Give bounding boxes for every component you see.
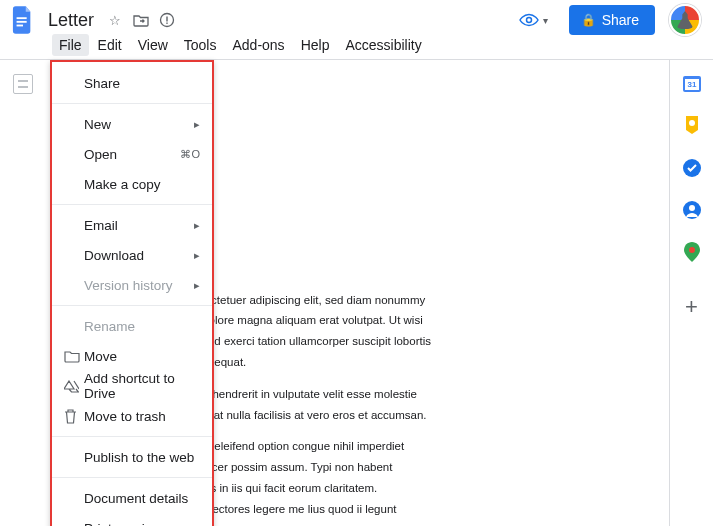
menu-make-copy[interactable]: Make a copy	[52, 169, 212, 199]
menu-addons[interactable]: Add-ons	[225, 34, 291, 56]
svg-point-6	[526, 18, 531, 23]
svg-point-10	[689, 120, 695, 126]
menu-new[interactable]: New▸	[52, 109, 212, 139]
file-menu-dropdown: Share New▸ Open⌘O Make a copy Email▸ Dow…	[50, 60, 214, 526]
account-avatar[interactable]	[669, 4, 701, 36]
menu-print-preview[interactable]: Print preview	[52, 513, 212, 526]
menu-publish[interactable]: Publish to the web	[52, 442, 212, 472]
tasks-icon[interactable]	[682, 158, 702, 178]
document-title[interactable]: Letter	[44, 8, 98, 33]
folder-move-icon	[64, 350, 84, 363]
keep-icon[interactable]	[682, 116, 702, 136]
docs-logo[interactable]	[10, 3, 36, 37]
submenu-arrow-icon: ▸	[194, 118, 200, 131]
menubar: File Edit View Tools Add-ons Help Access…	[0, 34, 713, 60]
menu-file[interactable]: File	[52, 34, 89, 56]
cloud-status-icon[interactable]	[158, 11, 176, 29]
submenu-arrow-icon: ▸	[194, 249, 200, 262]
menu-rename: Rename	[52, 311, 212, 341]
add-addon-icon[interactable]: +	[685, 294, 698, 320]
menu-add-shortcut[interactable]: Add shortcut to Drive	[52, 371, 212, 401]
calendar-icon[interactable]: 31	[682, 74, 702, 94]
svg-point-13	[689, 205, 695, 211]
menu-doc-details[interactable]: Document details	[52, 483, 212, 513]
menu-move-trash[interactable]: Move to trash	[52, 401, 212, 431]
menu-open[interactable]: Open⌘O	[52, 139, 212, 169]
menu-version-history[interactable]: Version history▸	[52, 270, 212, 300]
menu-download[interactable]: Download▸	[52, 240, 212, 270]
menu-view[interactable]: View	[131, 34, 175, 56]
svg-rect-4	[166, 17, 167, 22]
outline-icon[interactable]	[13, 74, 33, 94]
drive-shortcut-icon	[64, 380, 84, 393]
star-icon[interactable]: ☆	[106, 11, 124, 29]
share-button-label: Share	[602, 12, 639, 28]
menu-accessibility[interactable]: Accessibility	[338, 34, 428, 56]
menu-email[interactable]: Email▸	[52, 210, 212, 240]
svg-rect-0	[17, 17, 27, 19]
side-panel: 31 +	[669, 60, 713, 526]
eye-icon	[519, 13, 539, 27]
svg-rect-2	[17, 25, 23, 27]
shortcut-text: ⌘O	[180, 148, 200, 161]
maps-icon[interactable]	[682, 242, 702, 262]
menu-share[interactable]: Share	[52, 68, 212, 98]
menu-move[interactable]: Move	[52, 341, 212, 371]
submenu-arrow-icon: ▸	[194, 219, 200, 232]
share-button[interactable]: 🔒 Share	[569, 5, 655, 35]
svg-rect-5	[166, 23, 167, 24]
chevron-down-icon: ▾	[543, 15, 548, 26]
move-folder-icon[interactable]	[132, 11, 150, 29]
visibility-dropdown[interactable]: ▾	[512, 8, 555, 32]
menu-tools[interactable]: Tools	[177, 34, 224, 56]
contacts-icon[interactable]	[682, 200, 702, 220]
lock-icon: 🔒	[581, 13, 596, 27]
submenu-arrow-icon: ▸	[194, 279, 200, 292]
menu-edit[interactable]: Edit	[91, 34, 129, 56]
trash-icon	[64, 409, 84, 424]
svg-point-14	[689, 247, 695, 253]
menu-help[interactable]: Help	[294, 34, 337, 56]
svg-text:31: 31	[687, 80, 696, 89]
svg-rect-1	[17, 21, 27, 23]
